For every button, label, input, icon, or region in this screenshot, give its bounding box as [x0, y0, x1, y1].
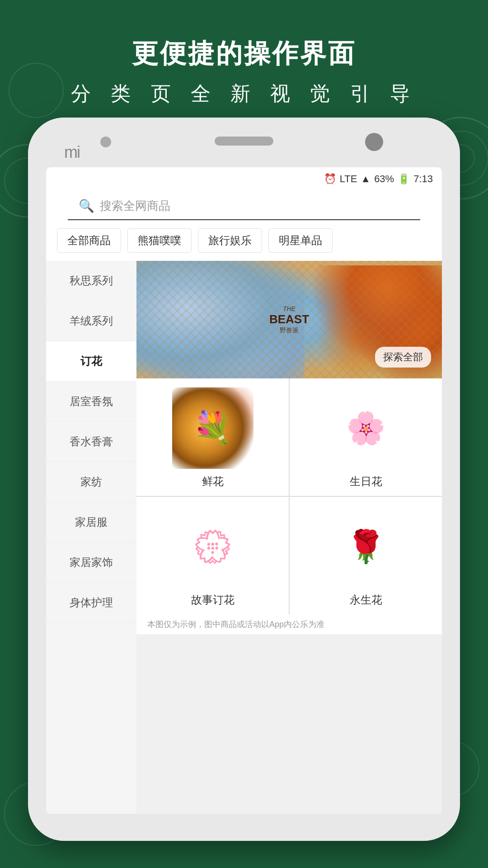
product-name-fresh: 鲜花	[202, 474, 224, 489]
category-tabs: 全部商品 熊猫噗噗 旅行娱乐 明星单品	[46, 220, 442, 261]
battery-icon: 🔋	[398, 173, 410, 185]
sidebar-item-bodycare[interactable]: 身体护理	[46, 583, 136, 623]
banner-explore-label[interactable]: 探索全部	[375, 347, 431, 368]
tab-panda[interactable]: 熊猫噗噗	[127, 228, 192, 253]
sidebar-item-textile[interactable]: 家纺	[46, 462, 136, 502]
phone-speaker	[215, 137, 273, 146]
product-cell-fresh[interactable]: 💐 鲜花	[136, 378, 289, 496]
disclaimer: 本图仅为示例，图中商品或活动以App内公乐为准	[136, 614, 442, 634]
brand-the: THE	[269, 305, 309, 312]
header-title: 更便捷的操作界面	[0, 36, 488, 71]
tab-travel[interactable]: 旅行娱乐	[198, 228, 262, 253]
sidebar-item-perfume[interactable]: 香水香膏	[46, 422, 136, 462]
sidebar-item-fragrance[interactable]: 居室香氛	[46, 382, 136, 422]
content-area: THE BEAST 野兽派 探索全部 💐	[136, 261, 442, 814]
sidebar-item-qiusi[interactable]: 秋思系列	[46, 261, 136, 301]
search-bar[interactable]: 🔍 搜索全网商品	[68, 191, 420, 220]
product-cell-story[interactable]: 💮 故事订花	[136, 497, 289, 614]
sidebar: 秋思系列 羊绒系列 订花 居室香氛 香水香膏 家纺 家居服 家居家饰 身体护理	[46, 261, 136, 814]
phone-screen: ⏰ LTE ▲ 63% 🔋 7:13 🔍 搜索全网商品 全部商品 熊猫噗噗	[46, 167, 442, 814]
search-placeholder: 搜索全网商品	[100, 198, 170, 214]
sidebar-item-flowers[interactable]: 订花	[46, 341, 136, 382]
brand-name: BEAST	[269, 312, 309, 326]
product-img-forever: 🌹	[325, 506, 407, 587]
main-content: 秋思系列 羊绒系列 订花 居室香氛 香水香膏 家纺 家居服 家居家饰 身体护理	[46, 261, 442, 814]
tab-all-products[interactable]: 全部商品	[57, 228, 121, 253]
sidebar-item-homedeco[interactable]: 家居家饰	[46, 542, 136, 583]
phone-camera	[365, 133, 383, 151]
battery-percent: 63%	[374, 173, 394, 185]
signal-icon: ▲	[361, 173, 371, 185]
clock: 7:13	[413, 173, 433, 185]
header-subtitle: 分 类 页 全 新 视 觉 引 导	[0, 80, 488, 107]
sidebar-item-homewear[interactable]: 家居服	[46, 502, 136, 542]
phone-sensor	[100, 137, 111, 147]
brand-chinese: 野兽派	[269, 326, 309, 335]
product-img-fresh: 💐	[172, 387, 253, 469]
product-name-birthday: 生日花	[350, 474, 382, 489]
product-img-birthday: 🌸	[325, 387, 407, 469]
search-icon: 🔍	[79, 198, 94, 213]
product-img-story: 💮	[172, 506, 253, 587]
header-section: 更便捷的操作界面 分 类 页 全 新 视 觉 引 导	[0, 36, 488, 107]
product-cell-forever[interactable]: 🌹 永生花	[290, 497, 442, 614]
phone-top-bar: mi	[28, 118, 460, 167]
banner[interactable]: THE BEAST 野兽派 探索全部	[136, 261, 442, 378]
sidebar-item-cashmere[interactable]: 羊绒系列	[46, 301, 136, 341]
tab-celebrity[interactable]: 明星单品	[268, 228, 333, 253]
mi-logo: mi	[64, 143, 80, 162]
product-grid: 💐 鲜花 🌸 生日花	[136, 378, 442, 614]
alarm-icon: ⏰	[324, 173, 336, 185]
product-cell-birthday[interactable]: 🌸 生日花	[290, 378, 442, 496]
product-name-forever: 永生花	[350, 593, 382, 607]
product-name-story: 故事订花	[191, 593, 235, 607]
status-bar: ⏰ LTE ▲ 63% 🔋 7:13	[46, 167, 442, 191]
status-icons: ⏰ LTE ▲ 63% 🔋 7:13	[324, 173, 433, 185]
lte-indicator: LTE	[340, 173, 357, 185]
beast-brand: THE BEAST 野兽派	[269, 305, 309, 335]
phone-frame: mi ⏰ LTE ▲ 63% 🔋 7:13 🔍 搜	[28, 118, 460, 841]
